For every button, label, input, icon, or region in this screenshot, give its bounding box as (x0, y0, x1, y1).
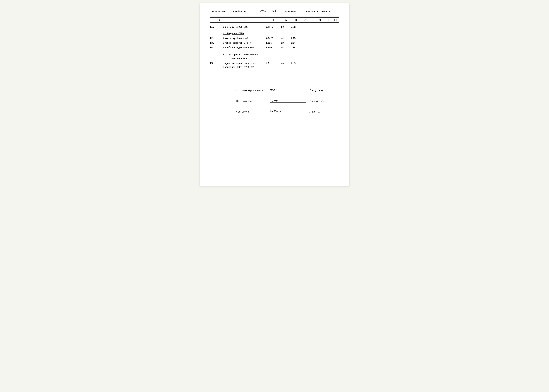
table-row: I2. Фитинг тройниковый ФТ-25 шт 2I5 (210, 36, 339, 41)
sig-role-chief: Гл. инженер проекта (236, 89, 270, 92)
table-row: II. Сечением Ix2,5 мм2 АПРТО км I,2 (210, 25, 339, 30)
row-unit: шт (281, 37, 291, 40)
signature-handwriting: раец— (269, 98, 280, 103)
col-num-6: 6 (291, 19, 301, 22)
row-desc: Сечением Ix2,5 мм2 (223, 26, 266, 29)
id-number: 2-91 (270, 10, 283, 13)
table-row: I4. Коробка соединительная K936 шт 224 (210, 46, 339, 50)
row-number: I3. (210, 42, 217, 44)
sig-name-comp: /Ракита/ (306, 111, 333, 113)
row-number: I4. (210, 46, 217, 49)
row-desc: Стойка высотой 2,5 м (223, 42, 266, 45)
dash-number: –73– (258, 10, 270, 13)
col-num-2: 2 (217, 19, 223, 22)
col-num-1: I (210, 19, 217, 22)
row-qty: 2I5 (291, 37, 301, 40)
row-unit: км (281, 26, 291, 28)
row-number: I5. (210, 62, 217, 65)
signatures-block: Гл. инженер проекта Леец5 /Петухова/ Нач… (236, 86, 339, 113)
col-num-5: 5 (281, 19, 291, 22)
sig-sign-head: раец— (270, 97, 306, 103)
row-mark: K985 (266, 42, 281, 44)
sig-row-comp: Составила Ра Кесра /Ракита/ (236, 107, 339, 113)
col-num-4: 4 (266, 19, 281, 22)
sig-name-head: /Кильметов/ (306, 100, 333, 103)
signature-handwriting: Леец5 (269, 87, 278, 92)
row-qty: 2,3 (291, 62, 301, 65)
signature-handwriting: Ра Кесра (269, 110, 282, 113)
document-page: 902-2- 264 Альбом VII –73– 2-91 13945-07… (200, 3, 349, 186)
col-num-9: 9 (317, 19, 324, 22)
sig-sign-chief: Леец5 (270, 86, 306, 92)
row-mark: K936 (266, 46, 281, 49)
column-numbers-row: I 2 3 4 5 6 7 8 9 IO II (210, 17, 339, 23)
col-num-10: IO (324, 19, 331, 22)
row-qty: 224 (291, 46, 301, 49)
section-heading-u: У. Изделия ГЭМа (223, 32, 339, 35)
row-qty: 224 (291, 42, 301, 44)
sig-role-head: Нач. отдела (236, 100, 270, 103)
sig-row-head: Нач. отдела раец— /Кильметов/ (236, 97, 339, 103)
row-unit: мм (281, 62, 291, 65)
row-mark: 25 (266, 62, 281, 65)
row-desc: Труба стальная водогазо-проводная ГОСТ 3… (223, 62, 266, 69)
row-qty: I,2 (291, 26, 301, 28)
sig-row-chief: Гл. инженер проекта Леец5 /Петухова/ (236, 86, 339, 92)
section-heading-yi: YI. Материалы. Металличес- кие изделия (223, 53, 339, 60)
col-nums-rest: 7 8 9 IO II (301, 19, 339, 22)
row-unit: шт (281, 46, 291, 49)
content-area: II. Сечением Ix2,5 мм2 АПРТО км I,2 У. И… (210, 25, 339, 69)
section-heading-text: У. Изделия ГЭМа (223, 32, 244, 35)
row-mark: АПРТО (266, 26, 281, 28)
row-unit: шт (281, 42, 291, 44)
row-desc: Фитинг тройниковый (223, 37, 266, 40)
gost-number: 13945-07 (283, 10, 304, 13)
sheet-label: Лист 3 (320, 10, 333, 13)
doc-number: 902-2- 264 (210, 10, 232, 13)
sig-role-comp: Составила (236, 111, 270, 113)
col-num-3: 3 (223, 19, 266, 22)
album-label: Альбом VII (232, 10, 258, 13)
row-desc: Коробка соединительная (223, 46, 266, 49)
col-num-11: II (332, 19, 339, 22)
row-number: I2. (210, 37, 217, 40)
sig-name-chief: /Петухова/ (306, 89, 333, 92)
section-heading-text: YI. Материалы. Металличес- кие изделия (223, 53, 259, 60)
header-row: 902-2- 264 Альбом VII –73– 2-91 13945-07… (210, 10, 339, 13)
sheets-label: Листов 3 (304, 10, 320, 13)
table-row: I3. Стойка высотой 2,5 м K985 шт 224 (210, 41, 339, 46)
row-mark: ФТ-25 (266, 37, 281, 40)
sig-sign-comp: Ра Кесра (270, 107, 306, 113)
col-num-8: 8 (309, 19, 316, 22)
table-row: I5. Труба стальная водогазо-проводная ГО… (210, 62, 339, 69)
row-number: II. (210, 26, 217, 28)
col-num-7: 7 (302, 19, 308, 22)
